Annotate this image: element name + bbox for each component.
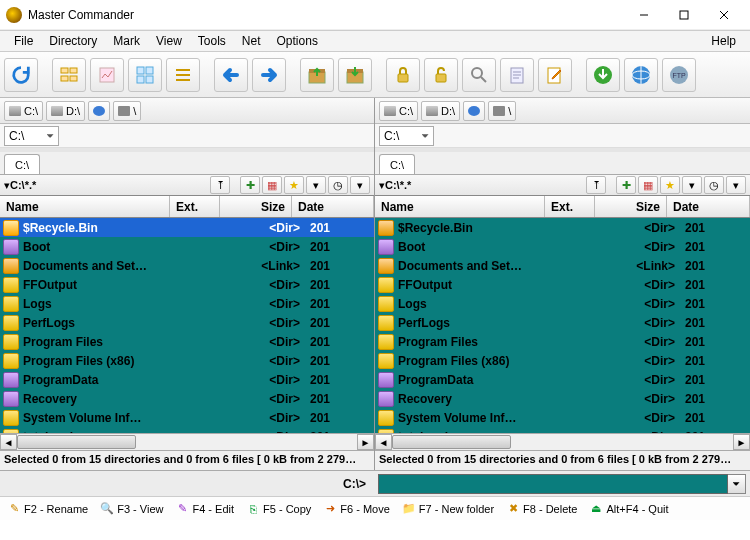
view-brief-icon[interactable]	[52, 58, 86, 92]
fnkey-button[interactable]: ✎F2 - Rename	[2, 500, 93, 518]
folder-tab[interactable]: C:\	[379, 154, 415, 174]
drive-button[interactable]	[88, 101, 110, 121]
fnkey-button[interactable]: ⎘F5 - Copy	[241, 500, 316, 518]
view-thumb1-icon[interactable]	[90, 58, 124, 92]
drive-button[interactable]: C:\	[4, 101, 43, 121]
search-icon[interactable]	[462, 58, 496, 92]
go-root-icon[interactable]: ⤒	[210, 176, 230, 194]
view-list-icon[interactable]	[166, 58, 200, 92]
fnkey-button[interactable]: 🔍F3 - View	[95, 500, 168, 518]
column-name[interactable]: Name	[375, 196, 545, 217]
path-filter-label[interactable]: C:\*.*	[4, 179, 208, 192]
file-row[interactable]: Program Files<Dir>201	[0, 332, 374, 351]
column-date[interactable]: Date	[667, 196, 750, 217]
command-input[interactable]	[378, 474, 728, 494]
file-row[interactable]: Logs<Dir>201	[375, 294, 750, 313]
history-icon[interactable]: ◷	[328, 176, 348, 194]
back-icon[interactable]	[214, 58, 248, 92]
menu-view[interactable]: View	[148, 32, 190, 50]
pack-icon[interactable]	[300, 58, 334, 92]
column-size[interactable]: Size	[220, 196, 292, 217]
horizontal-scrollbar[interactable]: ◄►	[375, 433, 750, 450]
refresh-icon[interactable]	[4, 58, 38, 92]
file-row[interactable]: $Recycle.Bin<Dir>201	[375, 218, 750, 237]
file-row[interactable]: Documents and Set…<Link>201	[0, 256, 374, 275]
scroll-right-icon[interactable]: ►	[733, 434, 750, 450]
favorites-icon[interactable]: ★	[660, 176, 680, 194]
calendar-icon[interactable]: ▦	[638, 176, 658, 194]
file-row[interactable]: $Recycle.Bin<Dir>201	[0, 218, 374, 237]
menu-tools[interactable]: Tools	[190, 32, 234, 50]
network-icon[interactable]	[624, 58, 658, 92]
download-icon[interactable]	[586, 58, 620, 92]
menu-file[interactable]: File	[6, 32, 41, 50]
history-icon[interactable]: ◷	[704, 176, 724, 194]
column-ext[interactable]: Ext.	[545, 196, 595, 217]
file-row[interactable]: PerfLogs<Dir>201	[0, 313, 374, 332]
unlock-icon[interactable]	[424, 58, 458, 92]
menu-mark[interactable]: Mark	[105, 32, 148, 50]
file-row[interactable]: Boot<Dir>201	[0, 237, 374, 256]
new-folder-icon[interactable]: ✚	[616, 176, 636, 194]
drive-button[interactable]: D:\	[46, 101, 85, 121]
fnkey-button[interactable]: ➜F6 - Move	[318, 500, 395, 518]
favorites-icon[interactable]: ★	[284, 176, 304, 194]
file-row[interactable]: FFOutput<Dir>201	[0, 275, 374, 294]
file-row[interactable]: PerfLogs<Dir>201	[375, 313, 750, 332]
command-history-dropdown[interactable]: ⏷	[728, 474, 746, 494]
menu-directory[interactable]: Directory	[41, 32, 105, 50]
folder-tab[interactable]: C:\	[4, 154, 40, 174]
drive-button[interactable]: \	[113, 101, 141, 121]
maximize-button[interactable]	[664, 1, 704, 29]
column-size[interactable]: Size	[595, 196, 667, 217]
lock-icon[interactable]	[386, 58, 420, 92]
drive-combo[interactable]: C:\	[4, 126, 59, 146]
ftp-icon[interactable]: FTP	[662, 58, 696, 92]
file-list[interactable]: $Recycle.Bin<Dir>201Boot<Dir>201Document…	[0, 218, 374, 450]
path-filter-label[interactable]: C:\*.*	[379, 179, 584, 192]
file-row[interactable]: Program Files (x86)<Dir>201	[375, 351, 750, 370]
fnkey-button[interactable]: ✎F4 - Edit	[170, 500, 239, 518]
minimize-button[interactable]	[624, 1, 664, 29]
chevron-down-icon[interactable]: ▾	[306, 176, 326, 194]
column-date[interactable]: Date	[292, 196, 374, 217]
file-list[interactable]: $Recycle.Bin<Dir>201Boot<Dir>201Document…	[375, 218, 750, 450]
horizontal-scrollbar[interactable]: ◄►	[0, 433, 374, 450]
file-row[interactable]: FFOutput<Dir>201	[375, 275, 750, 294]
scroll-left-icon[interactable]: ◄	[375, 434, 392, 450]
file-row[interactable]: System Volume Inf…<Dir>201	[0, 408, 374, 427]
drive-button[interactable]: C:\	[379, 101, 418, 121]
column-name[interactable]: Name	[0, 196, 170, 217]
drive-button[interactable]	[463, 101, 485, 121]
scroll-right-icon[interactable]: ►	[357, 434, 374, 450]
menu-net[interactable]: Net	[234, 32, 269, 50]
calendar-icon[interactable]: ▦	[262, 176, 282, 194]
fnkey-button[interactable]: 📁F7 - New folder	[397, 500, 499, 518]
drive-combo[interactable]: C:\	[379, 126, 434, 146]
menu-options[interactable]: Options	[269, 32, 326, 50]
file-row[interactable]: System Volume Inf…<Dir>201	[375, 408, 750, 427]
unpack-icon[interactable]	[338, 58, 372, 92]
file-row[interactable]: Program Files (x86)<Dir>201	[0, 351, 374, 370]
fnkey-button[interactable]: ⏏Alt+F4 - Quit	[584, 500, 673, 518]
drive-button[interactable]: D:\	[421, 101, 460, 121]
close-button[interactable]	[704, 1, 744, 29]
forward-icon[interactable]	[252, 58, 286, 92]
file-row[interactable]: Boot<Dir>201	[375, 237, 750, 256]
drive-button[interactable]: \	[488, 101, 516, 121]
file-row[interactable]: Documents and Set…<Link>201	[375, 256, 750, 275]
go-root-icon[interactable]: ⤒	[586, 176, 606, 194]
chevron-down-icon[interactable]: ▾	[682, 176, 702, 194]
scroll-thumb[interactable]	[17, 435, 136, 449]
chevron-down-icon[interactable]: ▾	[350, 176, 370, 194]
file-row[interactable]: Program Files<Dir>201	[375, 332, 750, 351]
scroll-left-icon[interactable]: ◄	[0, 434, 17, 450]
file-row[interactable]: Logs<Dir>201	[0, 294, 374, 313]
scroll-thumb[interactable]	[392, 435, 511, 449]
view-thumb2-icon[interactable]	[128, 58, 162, 92]
menu-help[interactable]: Help	[703, 32, 744, 50]
file-row[interactable]: ProgramData<Dir>201	[375, 370, 750, 389]
file-row[interactable]: Recovery<Dir>201	[0, 389, 374, 408]
notepad-icon[interactable]	[500, 58, 534, 92]
file-row[interactable]: ProgramData<Dir>201	[0, 370, 374, 389]
